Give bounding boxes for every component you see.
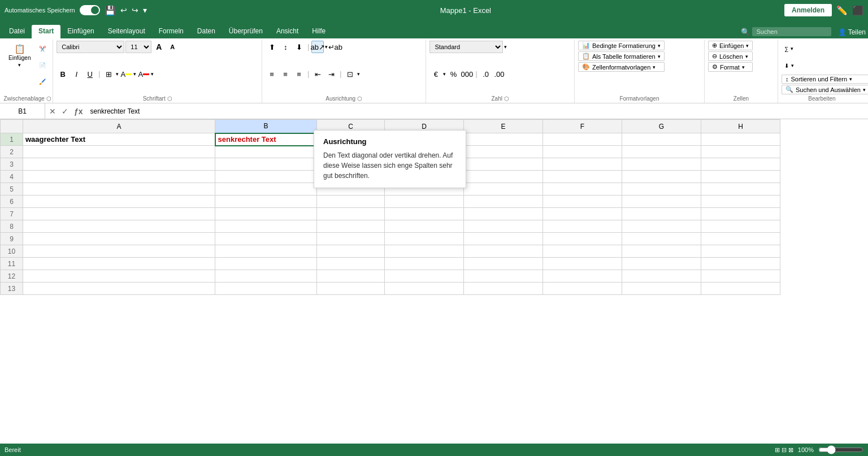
cell-D12[interactable] — [385, 270, 464, 283]
cell-H12[interactable] — [701, 270, 780, 283]
cell-C9[interactable] — [317, 233, 385, 245]
cell-H6[interactable] — [701, 196, 780, 208]
cell-A5[interactable] — [23, 183, 215, 196]
cell-reference[interactable]: B1 — [0, 103, 45, 119]
cell-E7[interactable] — [464, 208, 543, 220]
tab-formeln[interactable]: Formeln — [152, 25, 190, 38]
cell-E10[interactable] — [464, 245, 543, 258]
fill-dropdown-icon[interactable]: ▾ — [133, 71, 136, 77]
col-header-G[interactable]: G — [622, 120, 701, 133]
align-left-button[interactable]: ≡ — [266, 68, 278, 80]
increase-decimal-button[interactable]: .00 — [493, 68, 506, 80]
align-center-button[interactable]: ≡ — [279, 68, 292, 80]
cut-button[interactable]: ✂️ — [34, 41, 50, 57]
font-name-select[interactable]: Calibri — [57, 41, 124, 53]
underline-button[interactable]: U — [84, 68, 96, 80]
insert-cells-button[interactable]: ⊕ Einfügen ▾ — [708, 41, 753, 50]
redo-icon[interactable]: ↪ — [132, 6, 138, 15]
align-middle-button[interactable]: ↕ — [279, 41, 292, 53]
copy-button[interactable]: 📄 — [34, 57, 50, 73]
currency-button[interactable]: € — [429, 68, 442, 80]
share-button[interactable]: 👤 Teilen — [838, 28, 866, 38]
cell-G4[interactable] — [622, 171, 701, 183]
cell-A9[interactable] — [23, 233, 215, 245]
cell-E12[interactable] — [464, 270, 543, 283]
number-format-dropdown-icon[interactable]: ▾ — [504, 44, 507, 50]
undo-icon[interactable]: ↩ — [120, 6, 127, 15]
decrease-indent-button[interactable]: ⇤ — [311, 68, 324, 80]
font-size-select[interactable]: 11 — [125, 41, 151, 53]
paste-button[interactable]: 📋 Einfügen ▾ — [6, 41, 33, 71]
cell-G5[interactable] — [622, 183, 701, 196]
tab-seitenlayout[interactable]: Seitenlayout — [101, 25, 152, 38]
tab-daten[interactable]: Daten — [190, 25, 222, 38]
col-header-H[interactable]: H — [701, 120, 780, 133]
number-format-select[interactable]: Standard — [429, 41, 503, 53]
cell-B8[interactable] — [215, 220, 317, 233]
cell-C8[interactable] — [317, 220, 385, 233]
autosave-toggle[interactable] — [80, 5, 100, 15]
col-header-E[interactable]: E — [464, 120, 543, 133]
col-header-A[interactable]: A — [23, 120, 215, 133]
tab-datei[interactable]: Datei — [2, 25, 32, 38]
formula-input[interactable] — [87, 107, 868, 115]
cell-styles-button[interactable]: 🎨 Zellenformatvorlagen ▾ — [578, 62, 665, 72]
find-select-button[interactable]: 🔍 Suchen und Auswählen ▾ — [782, 85, 868, 94]
cell-D9[interactable] — [385, 233, 464, 245]
format-table-button[interactable]: 📋 Als Tabelle formatieren ▾ — [578, 51, 665, 61]
cell-F8[interactable] — [543, 220, 622, 233]
merge-center-button[interactable]: ⊡ — [344, 68, 356, 80]
merge-dropdown-icon[interactable]: ▾ — [357, 71, 360, 77]
cell-F5[interactable] — [543, 183, 622, 196]
cell-H8[interactable] — [701, 220, 780, 233]
cell-F10[interactable] — [543, 245, 622, 258]
italic-button[interactable]: I — [70, 68, 83, 80]
fill-color-button[interactable]: A — [120, 68, 132, 80]
cell-H1[interactable] — [701, 133, 780, 146]
save-icon[interactable]: 💾 — [105, 5, 116, 16]
cell-B2[interactable] — [215, 146, 317, 158]
cell-B9[interactable] — [215, 233, 317, 245]
cell-A8[interactable] — [23, 220, 215, 233]
pen-icon[interactable]: ✏️ — [836, 5, 848, 16]
cell-E11[interactable] — [464, 258, 543, 270]
cell-G12[interactable] — [622, 270, 701, 283]
align-right-button[interactable]: ≡ — [293, 68, 305, 80]
cell-H5[interactable] — [701, 183, 780, 196]
cell-E5[interactable] — [464, 183, 543, 196]
tab-ueberpruefen[interactable]: Überprüfen — [222, 25, 270, 38]
format-cells-button[interactable]: ⚙ Format ▾ — [708, 62, 753, 72]
cell-B7[interactable] — [215, 208, 317, 220]
border-dropdown-icon[interactable]: ▾ — [116, 71, 119, 77]
customize-icon[interactable]: ▾ — [143, 6, 147, 15]
cell-B10[interactable] — [215, 245, 317, 258]
anmelden-button[interactable]: Anmelden — [784, 4, 832, 16]
cell-G1[interactable] — [622, 133, 701, 146]
border-button[interactable]: ⊞ — [102, 68, 115, 80]
cell-B11[interactable] — [215, 258, 317, 270]
cell-C10[interactable] — [317, 245, 385, 258]
cell-E13[interactable] — [464, 283, 543, 295]
cell-A4[interactable] — [23, 171, 215, 183]
cell-H2[interactable] — [701, 146, 780, 158]
increase-indent-button[interactable]: ⇥ — [325, 68, 337, 80]
align-top-button[interactable]: ⬆ — [266, 41, 278, 53]
clipboard-expand-icon[interactable]: ⬡ — [46, 95, 51, 102]
zoom-slider[interactable] — [818, 445, 863, 454]
cell-H13[interactable] — [701, 283, 780, 295]
cell-B13[interactable] — [215, 283, 317, 295]
cell-B4[interactable] — [215, 171, 317, 183]
cell-E4[interactable] — [464, 171, 543, 183]
cell-H7[interactable] — [701, 208, 780, 220]
cell-A1[interactable]: waagrechter Text — [23, 133, 215, 146]
cell-G13[interactable] — [622, 283, 701, 295]
cell-G9[interactable] — [622, 233, 701, 245]
cell-E3[interactable] — [464, 158, 543, 171]
cell-D10[interactable] — [385, 245, 464, 258]
cell-G3[interactable] — [622, 158, 701, 171]
cell-C6[interactable] — [317, 196, 385, 208]
confirm-formula-icon[interactable]: ✓ — [60, 107, 70, 116]
sort-filter-button[interactable]: ↕ Sortieren und Filtern ▾ — [782, 75, 868, 84]
cell-A7[interactable] — [23, 208, 215, 220]
cell-A6[interactable] — [23, 196, 215, 208]
